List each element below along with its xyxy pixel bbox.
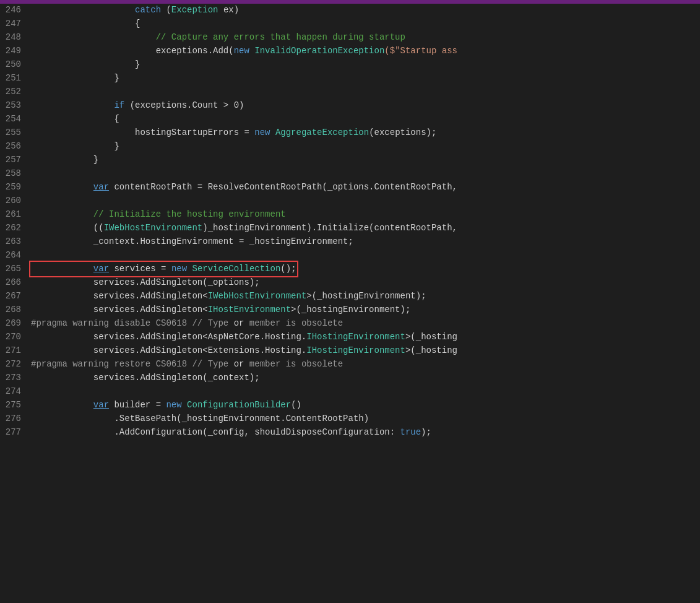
- code-content: }: [31, 72, 119, 85]
- line-number: 261: [0, 208, 31, 221]
- table-row: 257 }: [0, 154, 700, 167]
- line-number: 252: [0, 85, 31, 98]
- table-row: 263 _context.HostingEnvironment = _hosti…: [0, 235, 700, 249]
- table-row: 262 ((IWebHostEnvironment)_hostingEnviro…: [0, 222, 700, 235]
- code-content: // Initialize the hosting environment: [31, 208, 286, 221]
- table-row: 247 {: [0, 17, 700, 31]
- code-content: // Capture any errors that happen during…: [31, 31, 405, 44]
- line-number: 272: [0, 358, 31, 371]
- line-number: 251: [0, 72, 31, 85]
- table-row: 272#pragma warning restore CS0618 // Typ…: [0, 358, 700, 371]
- table-row: 269#pragma warning disable CS0618 // Typ…: [0, 317, 700, 331]
- table-row: 248 // Capture any errors that happen du…: [0, 31, 700, 45]
- code-content: services.AddSingleton<Extensions.Hosting…: [31, 344, 457, 357]
- table-row: 254 {: [0, 113, 700, 126]
- line-number: 274: [0, 385, 31, 398]
- line-number: 258: [0, 167, 31, 180]
- line-number: 248: [0, 31, 31, 44]
- line-number: 265: [0, 262, 31, 275]
- line-number: 264: [0, 249, 31, 262]
- code-content: var services = new ServiceCollection();: [31, 262, 296, 275]
- code-content: {: [31, 113, 119, 126]
- line-number: 259: [0, 181, 31, 194]
- table-row: 267 services.AddSingleton<IWebHostEnviro…: [0, 290, 700, 303]
- line-number: 263: [0, 235, 31, 248]
- code-content: services.AddSingleton<AspNetCore.Hosting…: [31, 331, 457, 344]
- line-number: 267: [0, 290, 31, 303]
- code-editor: 246 catch (Exception ex)247 {248 // Capt…: [0, 4, 700, 603]
- table-row: 265 var services = new ServiceCollection…: [0, 262, 700, 276]
- line-number: 269: [0, 317, 31, 330]
- table-row: 264: [0, 249, 700, 262]
- code-content: .SetBasePath(_hostingEnvironment.Content…: [31, 412, 369, 425]
- line-number: 268: [0, 303, 31, 316]
- table-row: 252: [0, 85, 700, 99]
- line-number: 266: [0, 276, 31, 289]
- code-content: exceptions.Add(new InvalidOperationExcep…: [31, 45, 457, 58]
- code-content: ((IWebHostEnvironment)_hostingEnvironmen…: [31, 222, 457, 235]
- line-number: 255: [0, 126, 31, 139]
- code-content: if (exceptions.Count > 0): [31, 99, 244, 112]
- table-row: 268 services.AddSingleton<IHostEnvironme…: [0, 303, 700, 317]
- table-row: 246 catch (Exception ex): [0, 4, 700, 17]
- table-row: 274: [0, 385, 700, 399]
- table-row: 256 }: [0, 140, 700, 154]
- line-number: 273: [0, 371, 31, 384]
- code-content: var builder = new ConfigurationBuilder(): [31, 399, 301, 412]
- code-content: {: [31, 17, 140, 30]
- code-content: services.AddSingleton(_context);: [31, 371, 260, 384]
- code-content: .AddConfiguration(_config, shouldDispose…: [31, 426, 431, 439]
- code-content: #pragma warning disable CS0618 // Type o…: [31, 317, 343, 330]
- code-content: services.AddSingleton(_options);: [31, 276, 260, 289]
- line-number: 260: [0, 194, 31, 207]
- line-number: 249: [0, 45, 31, 58]
- code-content: }: [31, 154, 98, 167]
- line-number: 247: [0, 17, 31, 30]
- line-number: 246: [0, 4, 31, 17]
- line-number: 253: [0, 99, 31, 112]
- table-row: 266 services.AddSingleton(_options);: [0, 276, 700, 290]
- table-row: 258: [0, 167, 700, 181]
- line-number: 262: [0, 222, 31, 235]
- code-content: hostingStartupErrors = new AggregateExce…: [31, 126, 436, 139]
- line-number: 254: [0, 113, 31, 126]
- code-content: services.AddSingleton<IHostEnvironment>(…: [31, 303, 410, 316]
- line-number: 256: [0, 140, 31, 153]
- code-content: _context.HostingEnvironment = _hostingEn…: [31, 235, 353, 248]
- table-row: 276 .SetBasePath(_hostingEnvironment.Con…: [0, 412, 700, 426]
- code-content: services.AddSingleton<IWebHostEnvironmen…: [31, 290, 426, 303]
- line-number: 276: [0, 412, 31, 425]
- code-content: }: [31, 140, 119, 153]
- line-number: 275: [0, 399, 31, 412]
- line-number: 270: [0, 331, 31, 344]
- line-number: 257: [0, 154, 31, 167]
- table-row: 260: [0, 194, 700, 208]
- code-content: #pragma warning restore CS0618 // Type o…: [31, 358, 343, 371]
- code-content: }: [31, 58, 140, 71]
- table-row: 270 services.AddSingleton<AspNetCore.Hos…: [0, 331, 700, 344]
- table-row: 273 services.AddSingleton(_context);: [0, 371, 700, 385]
- table-row: 277 .AddConfiguration(_config, shouldDis…: [0, 426, 700, 440]
- table-row: 259 var contentRootPath = ResolveContent…: [0, 181, 700, 194]
- line-number: 277: [0, 426, 31, 439]
- line-number: 271: [0, 344, 31, 357]
- table-row: 249 exceptions.Add(new InvalidOperationE…: [0, 45, 700, 58]
- line-number: 250: [0, 58, 31, 71]
- table-row: 251 }: [0, 72, 700, 85]
- code-content: catch (Exception ex): [31, 4, 239, 17]
- table-row: 275 var builder = new ConfigurationBuild…: [0, 399, 700, 412]
- table-row: 253 if (exceptions.Count > 0): [0, 99, 700, 113]
- table-row: 271 services.AddSingleton<Extensions.Hos…: [0, 344, 700, 358]
- code-content: var contentRootPath = ResolveContentRoot…: [31, 181, 457, 194]
- table-row: 250 }: [0, 58, 700, 72]
- table-row: 255 hostingStartupErrors = new Aggregate…: [0, 126, 700, 140]
- table-row: 261 // Initialize the hosting environmen…: [0, 208, 700, 222]
